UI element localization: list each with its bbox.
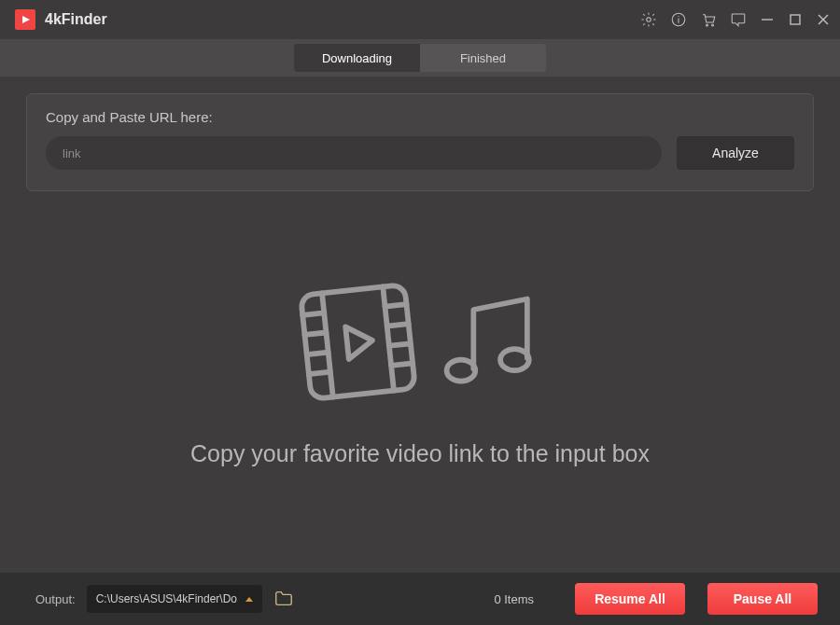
output-path-dropdown[interactable]: C:\Users\ASUS\4kFinder\Do [87,585,262,613]
resume-all-button[interactable]: Resume All [575,583,685,615]
maximize-icon[interactable] [788,12,803,27]
pause-all-button[interactable]: Pause All [707,583,818,615]
output-label: Output: [35,592,76,606]
empty-art [295,279,545,409]
film-icon [295,279,421,409]
analyze-button[interactable]: Analyze [677,136,794,170]
svg-line-17 [309,371,330,373]
svg-marker-0 [22,16,30,23]
empty-state: Copy your favorite video link to the inp… [26,191,814,573]
close-icon[interactable] [816,12,831,27]
caret-up-icon [245,597,253,602]
svg-line-19 [387,324,409,326]
svg-line-21 [391,363,413,365]
titlebar-actions [640,11,831,28]
gear-icon[interactable] [640,11,657,28]
svg-line-18 [385,304,406,306]
empty-message: Copy your favorite video link to the inp… [190,440,650,467]
url-input-text: link [63,146,81,160]
info-icon[interactable] [670,11,687,28]
svg-point-6 [712,24,714,26]
svg-point-23 [447,359,476,381]
svg-marker-22 [345,324,373,358]
svg-line-14 [302,312,324,314]
item-count: 0 Items [494,592,534,606]
chat-icon[interactable] [730,11,747,28]
svg-line-20 [389,343,411,345]
svg-point-24 [500,349,529,370]
svg-line-13 [383,286,394,390]
svg-line-15 [304,332,326,334]
svg-point-4 [678,16,679,17]
tab-finished[interactable]: Finished [420,44,546,72]
svg-point-1 [647,18,651,22]
open-folder-button[interactable] [273,589,294,609]
bottom-bar: Output: C:\Users\ASUS\4kFinder\Do 0 Item… [0,573,840,625]
music-icon [438,288,545,399]
url-panel: Copy and Paste URL here: link Analyze [26,93,814,191]
app-title: 4kFinder [45,11,107,28]
titlebar: 4kFinder [0,0,840,39]
app-logo [15,9,35,30]
svg-line-16 [307,352,329,354]
tab-downloading[interactable]: Downloading [294,44,420,72]
tabs-bar: Downloading Finished [0,39,840,76]
svg-rect-11 [301,285,415,399]
output-path-text: C:\Users\ASUS\4kFinder\Do [96,592,240,605]
url-input[interactable]: link [46,136,662,170]
minimize-icon[interactable] [760,12,775,27]
cart-icon[interactable] [700,11,717,28]
tabs: Downloading Finished [294,44,546,72]
url-row: link Analyze [46,136,794,170]
svg-point-5 [707,24,708,26]
url-label: Copy and Paste URL here: [46,109,794,125]
main-area: Copy and Paste URL here: link Analyze [0,76,840,573]
svg-line-12 [322,293,333,396]
svg-rect-8 [791,15,800,24]
